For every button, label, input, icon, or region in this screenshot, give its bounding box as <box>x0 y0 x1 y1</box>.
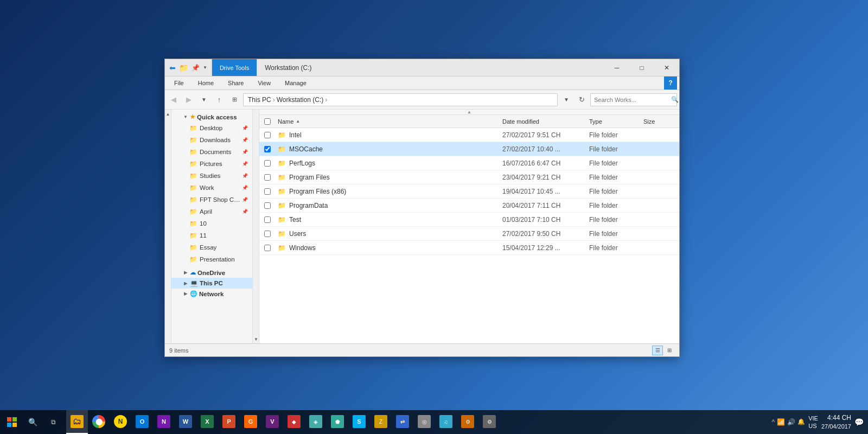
taskbar-app-ginger[interactable]: G <box>240 410 261 434</box>
taskbar-app-misc8[interactable]: ⚙ <box>457 410 478 434</box>
file-name-5[interactable]: 📁 ProgramData <box>276 202 500 209</box>
large-icons-view-button[interactable]: ⊞ <box>664 346 675 355</box>
taskbar-app-word[interactable]: W <box>175 410 196 434</box>
file-name-4[interactable]: 📁 Program Files (x86) <box>276 188 500 195</box>
header-size[interactable]: Size <box>641 118 679 125</box>
taskbar-app-misc5[interactable]: ⇄ <box>392 410 413 434</box>
taskbar-app-misc1[interactable]: ◆ <box>283 410 305 434</box>
quick-access-section[interactable]: ▼ ★ Quick access <box>171 112 252 122</box>
taskbar-app-misc7[interactable]: ♫ <box>435 410 457 434</box>
dropdown-arrow-icon[interactable]: ▼ <box>203 65 207 70</box>
header-date[interactable]: Date modified <box>500 118 587 125</box>
sidebar-item-presentation[interactable]: 📁 Presentation <box>171 253 252 265</box>
ribbon-tab-manage[interactable]: Manage <box>278 76 314 90</box>
sidebar-item-11[interactable]: 📁 11 <box>171 229 252 241</box>
sidebar-item-documents[interactable]: 📁 Documents 📌 <box>171 146 252 158</box>
back-button[interactable]: ◀ <box>167 93 180 106</box>
address-dropdown-button[interactable]: ▼ <box>560 93 573 106</box>
sidebar-item-studies[interactable]: 📁 Studies 📌 <box>171 170 252 182</box>
select-all-checkbox[interactable] <box>264 118 271 125</box>
file-name-3[interactable]: 📁 Program Files <box>276 174 500 181</box>
taskbar-app-outlook[interactable]: O <box>131 410 153 434</box>
tray-network-icon[interactable]: 📶 <box>777 418 785 426</box>
path-workstation[interactable]: Workstation (C:) <box>277 96 323 104</box>
drive-tools-tab[interactable]: Drive Tools <box>212 59 257 76</box>
table-row[interactable]: 📁 Program Files (x86) 19/04/2017 10:45 .… <box>259 184 679 199</box>
refresh-button[interactable]: ↻ <box>575 93 588 106</box>
scroll-down-arrow[interactable]: ▼ <box>253 335 259 343</box>
file-checkbox-0[interactable] <box>264 132 271 138</box>
table-row[interactable]: 📁 MSOCache 27/02/2017 10:40 ... File fol… <box>259 142 679 156</box>
network-section[interactable]: ▶ 🌐 Network <box>171 289 252 299</box>
table-row[interactable]: 📁 PerfLogs 16/07/2016 6:47 CH File folde… <box>259 156 679 170</box>
file-name-8[interactable]: 📁 Windows <box>276 244 500 252</box>
row-checkbox[interactable] <box>259 216 276 223</box>
scroll-up-arrow[interactable]: ▲ <box>165 110 171 118</box>
sidebar-item-work[interactable]: 📁 Work 📌 <box>171 182 252 194</box>
taskbar-app-vs[interactable]: V <box>261 410 283 434</box>
search-icon[interactable]: 🔍 <box>671 96 679 103</box>
sort-up-area[interactable]: ▲ <box>259 110 679 115</box>
sidebar-item-desktop[interactable]: 📁 Desktop 📌 <box>171 122 252 134</box>
breadcrumb-icon[interactable]: ⊞ <box>228 93 241 106</box>
table-row[interactable]: 📁 Test 01/03/2017 7:10 CH File folder <box>259 213 679 227</box>
header-name[interactable]: Name ▲ <box>276 118 500 125</box>
tray-volume-icon[interactable]: 🔊 <box>787 418 795 426</box>
taskbar-clock[interactable]: 4:44 CH 27/04/2017 <box>821 414 851 430</box>
header-type[interactable]: Type <box>587 118 641 125</box>
tray-battery-icon[interactable]: 🔔 <box>797 418 805 425</box>
notifications-icon[interactable]: 💬 <box>854 418 864 426</box>
row-checkbox[interactable] <box>259 174 276 181</box>
taskbar-app-onenote[interactable]: N <box>153 410 175 434</box>
file-name-1[interactable]: 📁 MSOCache <box>276 145 500 153</box>
taskbar-app-misc3[interactable]: ⬟ <box>327 410 348 434</box>
sidebar-item-downloads[interactable]: 📁 Downloads 📌 <box>171 134 252 146</box>
taskbar-app-misc2[interactable]: ◈ <box>305 410 327 434</box>
file-checkbox-4[interactable] <box>264 188 271 195</box>
row-checkbox[interactable] <box>259 188 276 195</box>
taskbar-app-misc4[interactable]: Z <box>370 410 392 434</box>
file-name-6[interactable]: 📁 Test <box>276 216 500 224</box>
maximize-button[interactable]: □ <box>629 59 654 76</box>
ribbon-tab-share[interactable]: Share <box>221 76 251 90</box>
table-row[interactable]: 📁 Users 27/02/2017 9:50 CH File folder <box>259 227 679 241</box>
taskbar-app-powerpoint[interactable]: P <box>218 410 240 434</box>
help-button[interactable]: ? <box>664 76 677 90</box>
up-button[interactable]: ↑ <box>213 93 226 106</box>
sidebar-item-essay[interactable]: 📁 Essay <box>171 241 252 253</box>
taskbar-app-misc6[interactable]: ◎ <box>413 410 435 434</box>
close-button[interactable]: ✕ <box>654 59 679 76</box>
ribbon-tab-file[interactable]: File <box>167 76 191 90</box>
file-checkbox-1[interactable] <box>264 146 271 152</box>
sidebar-item-april[interactable]: 📁 April 📌 <box>171 206 252 218</box>
details-view-button[interactable]: ☰ <box>652 346 663 355</box>
file-checkbox-2[interactable] <box>264 160 271 167</box>
onedrive-section[interactable]: ▶ ☁ OneDrive <box>171 267 252 278</box>
ribbon-tab-view[interactable]: View <box>251 76 278 90</box>
row-checkbox[interactable] <box>259 146 276 152</box>
search-input[interactable] <box>594 97 669 103</box>
sidebar-item-pictures[interactable]: 📁 Pictures 📌 <box>171 158 252 170</box>
language-indicator[interactable]: VIE US <box>808 414 818 430</box>
row-checkbox[interactable] <box>259 202 276 209</box>
row-checkbox[interactable] <box>259 231 276 237</box>
sidebar-item-10[interactable]: 📁 10 <box>171 218 252 229</box>
row-checkbox[interactable] <box>259 245 276 251</box>
taskbar-app-excel[interactable]: X <box>196 410 218 434</box>
file-name-7[interactable]: 📁 Users <box>276 230 500 238</box>
taskbar-app-skype[interactable]: S <box>348 410 370 434</box>
taskbar-app-file-explorer[interactable]: 🗂 <box>66 410 88 434</box>
table-row[interactable]: 📁 Windows 15/04/2017 12:29 ... File fold… <box>259 241 679 255</box>
sidebar-item-fpt[interactable]: 📁 FPT Shop Coll... 📌 <box>171 194 252 206</box>
tray-chevron-icon[interactable]: ^ <box>772 418 775 426</box>
table-row[interactable]: 📁 ProgramData 20/04/2017 7:11 CH File fo… <box>259 199 679 213</box>
file-checkbox-6[interactable] <box>264 216 271 223</box>
taskbar-app-chrome[interactable]: ⬤ <box>88 410 110 434</box>
path-this-pc[interactable]: This PC <box>248 96 271 104</box>
file-checkbox-5[interactable] <box>264 202 271 209</box>
ribbon-tab-home[interactable]: Home <box>191 76 221 90</box>
table-row[interactable]: 📁 Program Files 23/04/2017 9:21 CH File … <box>259 170 679 184</box>
file-checkbox-7[interactable] <box>264 231 271 237</box>
file-checkbox-8[interactable] <box>264 245 271 251</box>
minimize-button[interactable]: ─ <box>604 59 629 76</box>
